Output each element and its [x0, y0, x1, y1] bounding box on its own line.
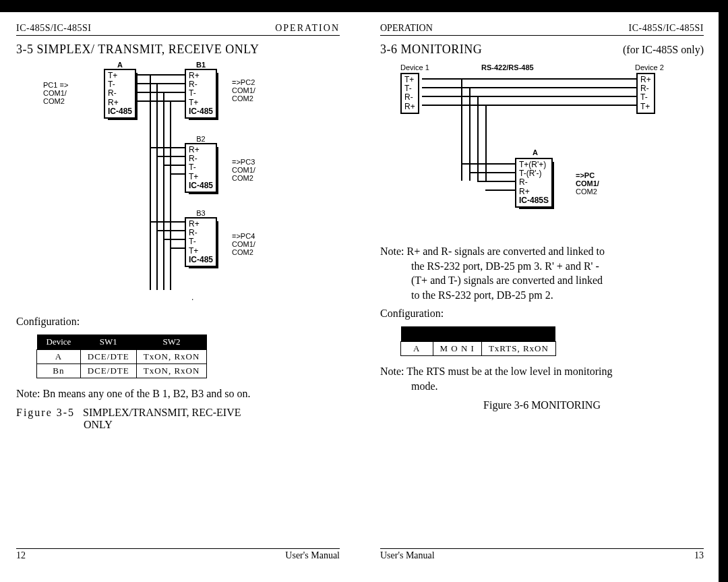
th-blank	[433, 326, 481, 342]
chip-B3: R+ R- T- T+ IC-485	[185, 217, 217, 267]
pin: T+	[640, 103, 651, 111]
chip-device2: R+ R- T- T+	[636, 73, 655, 114]
configuration-label: Configuration:	[380, 308, 704, 320]
config-table-left: Device SW1 SW2 A DCE/DTE TxON, RxON Bn D…	[36, 334, 207, 378]
configuration-label: Configuration:	[16, 316, 340, 328]
label-device2: Device 2	[635, 63, 664, 71]
note-signals: Note: R+ and R- signals are converted an…	[380, 244, 704, 302]
page-header-left: IC-485S/IC-485SI OPERATION	[16, 23, 340, 36]
chip-name: IC-485	[189, 181, 213, 190]
pin: R+	[404, 103, 415, 111]
note-rts: Note: The RTS must be at the low level i…	[380, 364, 704, 393]
pin: R+	[519, 187, 549, 196]
chip-B1: R+ R- T- T+ IC-485	[185, 69, 217, 119]
section-subnote: (for IC-485S only)	[623, 44, 704, 56]
pin: R-	[519, 178, 549, 187]
th-sw1: SW1	[80, 334, 136, 350]
page-header-right: OPERATION IC-485S/IC-485SI	[380, 23, 704, 36]
pin: T+	[189, 247, 213, 256]
pin: T+	[189, 98, 213, 107]
figure-3-5-diagram: A T+ T- R- R+ IC-485 PC1 => COM1/ COM2	[16, 61, 340, 310]
chip-name: IC-485S	[519, 196, 549, 205]
th-blank	[401, 326, 433, 342]
pin: R+	[108, 98, 132, 107]
label-device1: Device 1	[400, 63, 429, 71]
table-row: Bn DCE/DTE TxON, RxON	[37, 364, 207, 378]
header-operation: OPERATION	[380, 23, 433, 34]
label-pc4: =>PC4 COM1/ COM2	[232, 232, 255, 256]
label-pc: =>PC COM1/ COM2	[576, 171, 599, 196]
label-A: A	[104, 61, 136, 69]
page-number: 12	[16, 550, 26, 561]
page-footer-left: 12 User's Manual	[16, 548, 340, 561]
section-title-3-5: 3-5 SIMPLEX/ TRANSMIT, RECEIVE ONLY	[16, 42, 340, 57]
figure-caption-3-5: Figure 3-5 SIMPLEX/TRANSMIT, REC-EIVE ON…	[16, 407, 340, 431]
chip-B2: R+ R- T- T+ IC-485	[185, 143, 217, 193]
header-model: IC-485S/IC-485SI	[16, 23, 91, 34]
config-table-right: A M O N I TxRTS, RxON	[400, 326, 556, 356]
label-pc1: PC1 => COM1/ COM2	[43, 81, 68, 105]
header-operation: OPERATION	[275, 23, 340, 34]
footer-manual: User's Manual	[285, 550, 340, 561]
pin: R-	[404, 93, 415, 102]
th-sw2: SW2	[136, 334, 207, 350]
table-row: A DCE/DTE TxON, RxON	[37, 350, 207, 364]
label-bus: RS-422/RS-485	[481, 63, 534, 71]
pin: T+	[189, 173, 213, 181]
pin: T-	[189, 163, 213, 172]
page-right: OPERATION IC-485S/IC-485SI 3-6 MONITORIN…	[380, 23, 704, 557]
pin: T-	[640, 93, 651, 102]
label-B3: B3	[185, 209, 217, 217]
chip-name: IC-485	[189, 107, 213, 116]
pin: T-	[189, 89, 213, 98]
chip-name: IC-485	[108, 107, 132, 116]
top-black-bar	[0, 0, 728, 12]
page-footer-right: User's Manual 13	[380, 548, 704, 561]
label-A: A	[533, 148, 538, 156]
figure-3-6-diagram: Device 1 RS-422/RS-485 Device 2 T+ T- R-…	[380, 63, 704, 239]
chip-A: T+ T- R- R+ IC-485	[104, 69, 136, 119]
table-row: A M O N I TxRTS, RxON	[401, 342, 556, 356]
right-black-bar	[719, 0, 728, 582]
chip-name: IC-485	[189, 256, 213, 264]
pin: T-	[189, 237, 213, 246]
th-blank	[481, 326, 555, 342]
chip-A-monitor: T+(R'+) T-(R'-) R- R+ IC-485S	[515, 158, 553, 208]
dots-icon: .	[191, 293, 193, 302]
label-pc2: =>PC2 COM1/ COM2	[232, 78, 255, 103]
label-B2: B2	[185, 135, 217, 143]
label-pc3: =>PC3 COM1/ COM2	[232, 158, 255, 182]
page-number: 13	[694, 550, 704, 561]
footer-manual: User's Manual	[380, 550, 435, 561]
th-device: Device	[37, 334, 81, 350]
note-bn: Note: Bn means any one of the B 1, B2, B…	[16, 386, 340, 401]
page-left: IC-485S/IC-485SI OPERATION 3-5 SIMPLEX/ …	[16, 23, 340, 557]
chip-device1: T+ T- R- R+	[400, 73, 419, 114]
section-title-3-6: 3-6 MONITORING	[380, 42, 482, 57]
pin: R-	[108, 89, 132, 98]
label-B1: B1	[185, 61, 217, 69]
figure-caption-3-6: Figure 3-6 MONITORING	[380, 399, 704, 411]
header-model: IC-485S/IC-485SI	[629, 23, 704, 34]
